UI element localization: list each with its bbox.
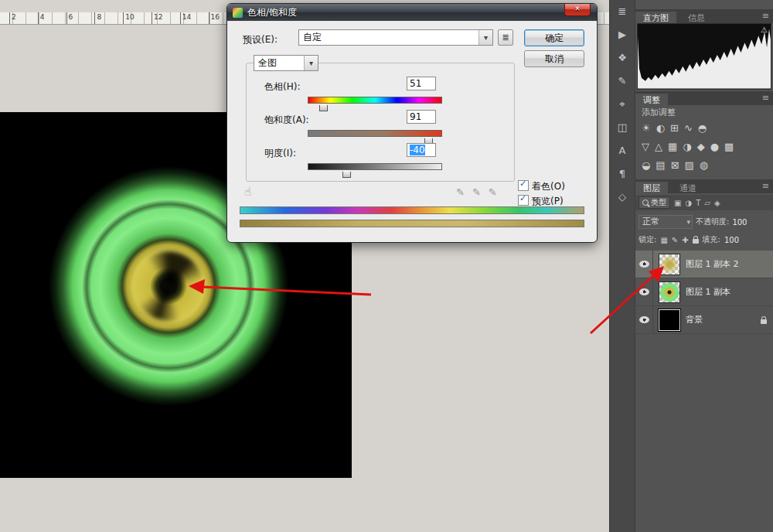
adjustment-icon[interactable]: ▽ <box>642 141 649 152</box>
eyedropper-icon[interactable]: ✎ <box>489 186 497 198</box>
dock-panel-icon[interactable]: A <box>613 144 632 158</box>
colorize-label: 着色(O) <box>532 181 565 192</box>
lock-all-icon[interactable] <box>693 239 699 244</box>
close-icon[interactable]: ✕ <box>564 4 591 16</box>
adjustment-icon[interactable]: ▤ <box>656 159 665 171</box>
blend-mode-dropdown[interactable]: 正常 <box>638 215 693 229</box>
adjustment-icon[interactable]: ☀ <box>642 122 651 134</box>
layer-filter-type-dropdown[interactable]: 类型 <box>638 196 670 209</box>
layer-row-copy1[interactable]: 图层 1 副本 <box>635 278 773 306</box>
lock-transparency-icon[interactable]: ▦ <box>660 236 667 244</box>
saturation-slider-track[interactable] <box>308 130 442 137</box>
panel-dock: ≣▶❖✎⌖◫A¶◇ <box>609 0 635 532</box>
dock-panel-icon[interactable]: ◇ <box>613 190 632 204</box>
adjustment-icon[interactable]: ▦ <box>668 141 677 152</box>
dock-panel-icon[interactable]: ¶ <box>613 167 632 181</box>
ruler-number: 6 <box>66 12 95 24</box>
tab-adjustments[interactable]: 调整 <box>635 94 668 107</box>
dialog-titlebar[interactable]: 色相/饱和度 ✕ <box>227 4 597 21</box>
adjustment-icon[interactable]: ▨ <box>685 159 694 171</box>
lock-pixels-icon[interactable]: ✎ <box>672 236 678 244</box>
visibility-cell[interactable] <box>635 251 653 278</box>
adjustment-icon-row: ◒▤⊠▨◍ <box>638 156 771 173</box>
dock-panel-icon[interactable]: ▶ <box>613 28 632 42</box>
layer-thumbnail[interactable] <box>659 281 680 303</box>
hue-value-input[interactable]: 51 <box>407 77 436 90</box>
layer-name[interactable]: 图层 1 副本 2 <box>686 258 773 270</box>
dock-panel-icon[interactable]: ◫ <box>613 121 632 135</box>
adjustment-icon[interactable]: ◑ <box>683 141 691 152</box>
ok-button[interactable]: 确定 <box>524 29 584 46</box>
channel-dropdown[interactable]: 全图 <box>254 55 318 71</box>
eyedropper-tools: ✎✎✎ <box>456 186 497 198</box>
saturation-value-input[interactable]: 91 <box>407 110 436 124</box>
hue-slider-track[interactable] <box>308 97 442 104</box>
histogram-warning-icon[interactable]: ⚠ <box>761 26 768 34</box>
panel-menu-icon[interactable]: ≡ <box>762 93 769 103</box>
hue-saturation-dialog: 色相/饱和度 ✕ 预设(E): 自定 ≣ 确定 取消 全图 色相(H): 51 … <box>226 3 598 243</box>
layer-thumbnail[interactable] <box>659 254 680 275</box>
checkbox-check-icon <box>518 180 529 191</box>
adjustment-icon[interactable]: ◍ <box>700 159 708 171</box>
adjustment-icon-row: ▽△▦◑◆●▩ <box>638 138 771 155</box>
opacity-label: 不透明度: <box>696 217 729 227</box>
visibility-cell[interactable] <box>635 278 653 305</box>
blend-mode-value: 正常 <box>642 217 659 227</box>
visibility-cell[interactable] <box>635 306 653 333</box>
preset-dropdown[interactable]: 自定 <box>298 29 493 46</box>
dock-panel-icon[interactable]: ❖ <box>613 51 632 65</box>
ruler-number: 12 <box>152 12 180 24</box>
filter-kind-icon[interactable]: T <box>696 199 700 207</box>
colorize-checkbox[interactable]: 着色(O) <box>518 180 565 193</box>
filter-kind-icon[interactable]: ▱ <box>704 199 710 207</box>
adjustment-icon-row: ☀◐⊞∿◓ <box>638 119 771 136</box>
adjustment-icon[interactable]: ▩ <box>724 141 734 152</box>
adjustment-icon[interactable]: ⊞ <box>670 122 679 134</box>
scrubby-hand-icon[interactable]: ☝ <box>244 185 251 199</box>
layer-filter-row: 类型 ▣ ◑ T ▱ ◈ <box>635 195 773 210</box>
dock-panel-icon[interactable]: ✎ <box>613 74 632 88</box>
dock-panel-icon[interactable]: ⌖ <box>613 97 632 111</box>
fill-value[interactable]: 100 <box>724 236 739 244</box>
filter-type-label: 类型 <box>651 197 666 208</box>
dock-panel-icon[interactable]: ≣ <box>613 5 632 19</box>
filter-kind-icon[interactable]: ▣ <box>674 199 681 207</box>
tab-channels[interactable]: 通道 <box>672 182 704 196</box>
tab-layers[interactable]: 图层 <box>635 182 668 196</box>
preset-options-button[interactable]: ≣ <box>498 29 513 46</box>
adjustment-icon[interactable]: ● <box>710 141 719 152</box>
checkbox-check-icon <box>518 195 529 206</box>
panel-menu-icon[interactable]: ≡ <box>762 181 769 191</box>
eyedropper-icon[interactable]: ✎ <box>456 186 465 198</box>
adjustment-icon[interactable]: ⊠ <box>671 159 679 171</box>
lightness-label: 明度(I): <box>264 147 296 160</box>
layer-row-background[interactable]: 背景 <box>635 306 773 334</box>
panel-menu-icon[interactable]: ≡ <box>762 11 769 21</box>
eye-icon[interactable] <box>639 288 649 295</box>
opacity-value[interactable]: 100 <box>732 218 747 227</box>
eyedropper-icon[interactable]: ✎ <box>472 186 481 198</box>
adjustment-icon[interactable]: ◒ <box>642 159 650 171</box>
preview-label: 预览(P) <box>532 196 564 206</box>
original-hue-gradient-bar <box>240 206 584 214</box>
layer-row-copy2[interactable]: 图层 1 副本 2 <box>635 251 773 278</box>
adjustment-icon[interactable]: ◆ <box>697 141 705 152</box>
eye-icon[interactable] <box>639 261 649 268</box>
layer-name[interactable]: 背景 <box>686 314 761 326</box>
adjustment-icon[interactable]: △ <box>655 141 662 152</box>
adjustment-icon[interactable]: ∿ <box>684 122 693 134</box>
layer-name[interactable]: 图层 1 副本 <box>686 286 773 298</box>
lock-position-icon[interactable]: ✚ <box>682 236 688 244</box>
ruler-number: 8 <box>94 12 123 24</box>
filter-kind-icon[interactable]: ◈ <box>714 199 720 207</box>
adjustment-icon[interactable]: ◓ <box>698 122 707 134</box>
lightness-value-input[interactable]: -40 <box>407 143 436 157</box>
eye-icon[interactable] <box>639 316 649 323</box>
ruler-number: 2 <box>9 12 38 24</box>
adjustment-icon[interactable]: ◐ <box>656 122 665 134</box>
filter-kind-icon[interactable]: ◑ <box>685 199 692 207</box>
right-panel-column: 直方图 信息 ≡ ⚠ 调整 ≡ 添加调整 ☀◐⊞∿◓ ▽△▦◑◆●▩ ◒▤⊠▨◍… <box>635 0 773 532</box>
lightness-slider-track[interactable] <box>308 163 442 170</box>
cancel-button[interactable]: 取消 <box>524 50 584 67</box>
layer-thumbnail[interactable] <box>659 309 680 331</box>
